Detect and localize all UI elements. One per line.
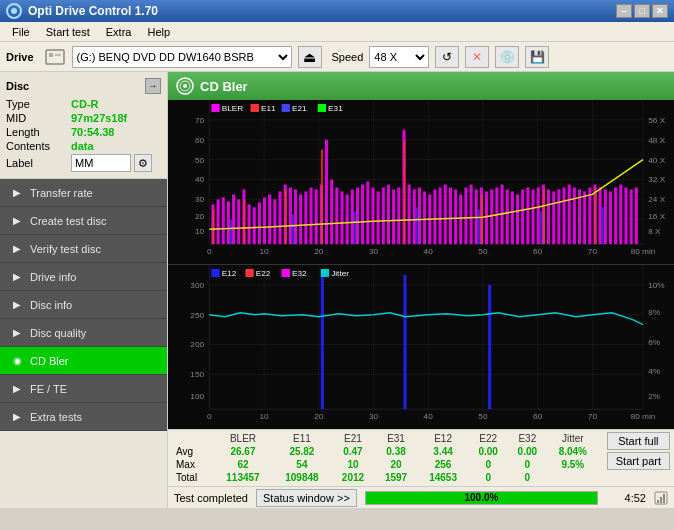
sidebar-item-disc-info[interactable]: ▶ Disc info: [0, 291, 167, 319]
drive-select[interactable]: (G:) BENQ DVD DD DW1640 BSRB: [72, 46, 292, 68]
svg-rect-112: [403, 140, 405, 244]
svg-text:40: 40: [424, 412, 434, 421]
time-label: 4:52: [606, 492, 646, 504]
svg-rect-42: [299, 194, 302, 244]
svg-text:32 X: 32 X: [648, 176, 666, 185]
erase-button[interactable]: ✕: [465, 46, 489, 68]
svg-rect-87: [531, 189, 534, 244]
svg-rect-108: [212, 209, 214, 244]
disc-section: Disc → Type CD-R MID 97m27s18f Length 70…: [0, 72, 167, 179]
svg-rect-150: [282, 104, 290, 112]
svg-text:50: 50: [195, 156, 205, 165]
sidebar-item-transfer-rate[interactable]: ▶ Transfer rate: [0, 179, 167, 207]
svg-text:E12: E12: [222, 269, 237, 278]
col-header-e12: E12: [418, 432, 469, 445]
start-part-button[interactable]: Start part: [607, 452, 670, 470]
svg-rect-100: [599, 187, 602, 244]
total-label: Total: [172, 471, 214, 484]
disc-header-label: Disc: [6, 80, 29, 92]
status-window-button[interactable]: Status window >>: [256, 489, 357, 507]
minimize-button[interactable]: –: [616, 4, 632, 18]
length-val: 70:54.38: [71, 126, 114, 138]
mid-val: 97m27s18f: [71, 112, 127, 124]
lower-chart: 300 250 200 150 100 10% 8% 6% 4% 2% 0 10…: [168, 265, 674, 429]
label-settings-icon[interactable]: ⚙: [134, 154, 152, 172]
svg-rect-146: [211, 104, 219, 112]
svg-rect-90: [547, 189, 550, 244]
menu-file[interactable]: File: [4, 24, 38, 40]
svg-rect-29: [232, 194, 235, 244]
svg-rect-55: [366, 182, 369, 245]
svg-rect-200: [657, 500, 659, 503]
svg-rect-120: [478, 209, 480, 244]
menu-extra[interactable]: Extra: [98, 24, 140, 40]
total-e21: 2012: [331, 471, 374, 484]
svg-rect-84: [516, 194, 519, 244]
svg-text:10: 10: [259, 412, 269, 421]
title-text: Opti Drive Control 1.70: [28, 4, 158, 18]
svg-rect-61: [397, 187, 400, 244]
start-full-button[interactable]: Start full: [607, 432, 670, 450]
max-bler: 62: [214, 458, 273, 471]
svg-rect-60: [392, 189, 395, 244]
svg-text:16 X: 16 X: [648, 212, 666, 221]
sidebar-item-extra-tests[interactable]: ▶ Extra tests: [0, 403, 167, 431]
svg-rect-54: [361, 184, 364, 244]
refresh-button[interactable]: ↺: [435, 46, 459, 68]
disc-arrow-button[interactable]: →: [145, 78, 161, 94]
extra-tests-icon: ▶: [10, 410, 24, 424]
col-header-e21: E21: [331, 432, 374, 445]
close-button[interactable]: ✕: [652, 4, 668, 18]
svg-text:8 X: 8 X: [648, 227, 661, 236]
status-icon: [654, 491, 668, 505]
sidebar-item-fe-te[interactable]: ▶ FE / TE: [0, 375, 167, 403]
save-button[interactable]: 💾: [525, 46, 549, 68]
max-label: Max: [172, 458, 214, 471]
sidebar-item-disc-quality[interactable]: ▶ Disc quality: [0, 319, 167, 347]
col-header-bler: BLER: [214, 432, 273, 445]
label-key: Label: [6, 157, 71, 169]
disc-quality-icon: ▶: [10, 326, 24, 340]
svg-text:48 X: 48 X: [648, 136, 666, 145]
svg-text:250: 250: [190, 311, 204, 320]
svg-text:4%: 4%: [648, 367, 660, 376]
eject-button[interactable]: ⏏: [298, 46, 322, 68]
svg-rect-83: [511, 191, 514, 244]
svg-rect-202: [663, 494, 665, 503]
svg-rect-53: [356, 187, 359, 244]
col-header-e22: E22: [469, 432, 508, 445]
total-jitter: [547, 471, 599, 484]
menu-help[interactable]: Help: [139, 24, 178, 40]
sidebar-item-create-test-disc[interactable]: ▶ Create test disc: [0, 207, 167, 235]
label-input[interactable]: [71, 154, 131, 172]
svg-text:80 min: 80 min: [631, 247, 656, 256]
svg-text:6%: 6%: [648, 338, 660, 347]
total-bler: 113457: [214, 471, 273, 484]
svg-rect-66: [423, 191, 426, 244]
svg-rect-2: [46, 50, 64, 64]
stats-table: BLER E11 E21 E31 E12 E22 E32 Jitter Avg: [172, 432, 599, 484]
svg-rect-3: [49, 53, 53, 57]
svg-rect-34: [258, 202, 261, 244]
drive-bar: Drive (G:) BENQ DVD DD DW1640 BSRB ⏏ Spe…: [0, 42, 674, 72]
svg-rect-48: [330, 180, 333, 245]
svg-text:2%: 2%: [648, 392, 660, 401]
progress-bar: 100.0%: [365, 491, 598, 505]
svg-rect-36: [268, 194, 271, 244]
sidebar-item-verify-test-disc[interactable]: ▶ Verify test disc: [0, 235, 167, 263]
maximize-button[interactable]: □: [634, 4, 650, 18]
sidebar-item-cd-bler[interactable]: ◉ CD Bler: [0, 347, 167, 375]
menu-start-test[interactable]: Start test: [38, 24, 98, 40]
burn-button[interactable]: 💿: [495, 46, 519, 68]
sidebar-item-drive-info[interactable]: ▶ Drive info: [0, 263, 167, 291]
svg-rect-41: [294, 189, 297, 244]
svg-rect-56: [371, 187, 374, 244]
svg-rect-64: [413, 189, 416, 244]
svg-rect-119: [416, 207, 418, 244]
disc-info-icon: ▶: [10, 298, 24, 312]
svg-rect-107: [635, 187, 638, 244]
speed-select[interactable]: 48 X: [369, 46, 429, 68]
svg-rect-70: [444, 184, 447, 244]
svg-rect-114: [543, 189, 545, 244]
avg-e21: 0.47: [331, 445, 374, 458]
